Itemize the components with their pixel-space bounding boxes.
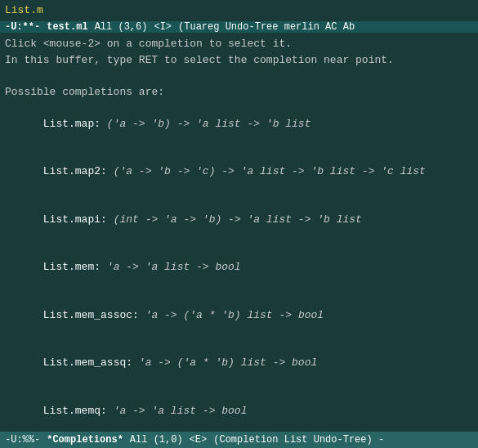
bottom-position: All (1,0) — [130, 434, 183, 446]
completion-entry-0[interactable]: List.map: ('a -> 'b) -> 'a list -> 'b li… — [5, 100, 473, 148]
entry-0-sig: ('a -> 'b) -> 'a list -> 'b list — [101, 118, 310, 130]
status-bar-top: -U:**- test.ml All (3,6) <I> (Tuareg Und… — [0, 21, 478, 33]
entry-6-name: List.memq: — [43, 405, 107, 417]
bottom-cursor-info: <E> — [190, 434, 208, 446]
top-modes: (Tuareg Undo-Tree merlin AC Ab — [178, 21, 355, 33]
completion-header: Possible completions are: — [5, 84, 473, 101]
editor-text: List.m — [5, 4, 43, 16]
entry-1-name: List.map2: — [43, 165, 107, 177]
entry-3-name: List.mem: — [43, 261, 101, 273]
completion-entry-2[interactable]: List.mapi: (int -> 'a -> 'b) -> 'a list … — [5, 195, 473, 244]
entry-4-sig: 'a -> ('a * 'b) list -> bool — [139, 309, 324, 321]
main-container: List.m -U:**- test.ml All (3,6) <I> (Tua… — [0, 0, 478, 448]
bottom-modes: (Completion List Undo-Tree) - — [213, 434, 384, 446]
top-cursor-info: <I> — [154, 21, 172, 33]
editor-content: List.m — [5, 3, 473, 18]
entry-1-sig: ('a -> 'b -> 'c) -> 'a list -> 'b list -… — [107, 165, 426, 177]
entry-4-name: List.mem_assoc: — [43, 309, 139, 321]
completion-entry-3[interactable]: List.mem: 'a -> 'a list -> bool — [5, 244, 473, 292]
completion-entry-1[interactable]: List.map2: ('a -> 'b -> 'c) -> 'a list -… — [5, 148, 473, 196]
completion-entry-4[interactable]: List.mem_assoc: 'a -> ('a * 'b) list -> … — [5, 291, 473, 339]
entry-2-name: List.mapi: — [43, 213, 107, 226]
completion-instruction-2: In this buffer, type RET to select the c… — [5, 52, 473, 69]
entry-5-sig: 'a -> ('a * 'b) list -> bool — [132, 356, 317, 369]
top-position: All (3,6) — [95, 21, 148, 33]
top-filename: test.ml — [47, 21, 87, 33]
top-mode: -U:**- — [5, 21, 40, 33]
status-bar-bottom: -U:%%- *Completions* All (1,0) <E> (Comp… — [0, 432, 478, 448]
bottom-mode: -U:%%- — [5, 434, 40, 446]
editor-area: List.m — [0, 0, 478, 21]
completion-area: Click <mouse-2> on a completion to selec… — [0, 33, 478, 448]
completion-entry-5[interactable]: List.mem_assq: 'a -> ('a * 'b) list -> b… — [5, 339, 473, 388]
entry-0-name: List.map: — [43, 118, 101, 130]
entry-5-name: List.mem_assq: — [43, 356, 132, 369]
entry-6-sig: 'a -> 'a list -> bool — [107, 405, 248, 417]
completion-entry-6[interactable]: List.memq: 'a -> 'a list -> bool — [5, 387, 473, 435]
entry-3-sig: 'a -> 'a list -> bool — [101, 261, 241, 273]
bottom-filename: *Completions* — [47, 434, 123, 446]
entry-2-sig: (int -> 'a -> 'b) -> 'a list -> 'b list — [107, 213, 362, 226]
completion-blank — [5, 68, 473, 84]
completion-instruction-1: Click <mouse-2> on a completion to selec… — [5, 36, 473, 52]
